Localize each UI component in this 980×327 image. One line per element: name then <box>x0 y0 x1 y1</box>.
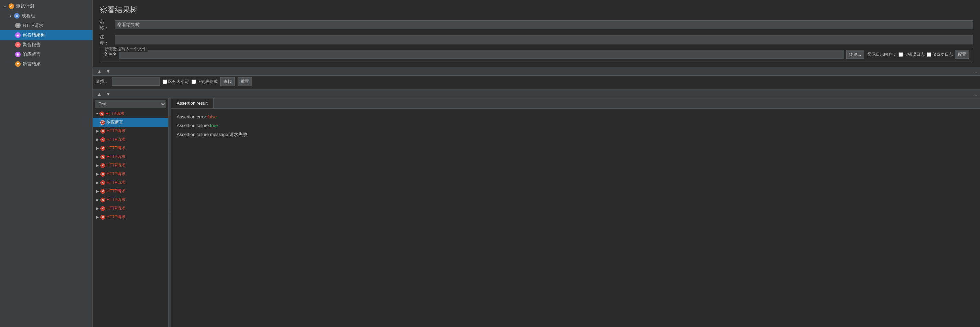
sidebar-item-label: 测试计划 <box>16 3 34 9</box>
chevron-right-icon: ▶ <box>96 215 99 219</box>
sidebar-item-test-plan[interactable]: ▾ ✓ 测试计划 <box>0 2 92 11</box>
search-input[interactable] <box>112 77 160 86</box>
tree-item-label: HTTP请求 <box>107 171 126 177</box>
toolbar-strip-2: ▲ ▼ ... <box>93 89 980 99</box>
view-dropdown[interactable]: Text <box>95 100 166 108</box>
chevron-right-icon: ▶ <box>96 164 99 167</box>
tree-item-label: HTTP请求 <box>105 111 124 117</box>
browse-button[interactable]: 浏览... <box>846 50 864 59</box>
more-options-icon-2[interactable]: ... <box>973 91 977 97</box>
tree-panel: Text ▾ ✕ HTTP请求 ✕ 响应断言 ▶ ✕ <box>93 99 169 327</box>
thread-group-icon: ⚙ <box>14 13 20 19</box>
tree-item[interactable]: ▶ ✕ HTTP请求 <box>93 196 168 204</box>
sidebar-item-assert-result[interactable]: ⚑ 断言结果 <box>0 59 92 69</box>
error-icon: ✕ <box>100 129 105 134</box>
tree-item-label: HTTP请求 <box>107 180 126 185</box>
reset-button[interactable]: 重置 <box>238 77 252 86</box>
result-panel: Assertion result Assertion error:false A… <box>171 99 980 327</box>
agg-report-icon: ≡ <box>15 42 21 48</box>
sidebar-item-response-assert[interactable]: ◉ 响应断言 <box>0 49 92 59</box>
main-panel: 察看结果树 名称： 注释： 所有数据写入一个文件 文件名 浏览... 显示日志内… <box>93 0 980 327</box>
tree-item[interactable]: ▶ ✕ HTTP请求 <box>93 127 168 135</box>
tab-assertion-result[interactable]: Assertion result <box>171 99 213 108</box>
tree-item[interactable]: ▶ ✕ HTTP请求 <box>93 144 168 153</box>
tree-item[interactable]: ▶ ✕ HTTP请求 <box>93 135 168 144</box>
file-input[interactable] <box>119 50 844 59</box>
chevron-right-icon: ▶ <box>96 172 99 176</box>
comment-row: 注释： <box>100 34 973 46</box>
error-icon: ✕ <box>100 155 105 160</box>
sidebar-item-label: 线程组 <box>22 13 35 19</box>
error-icon: ✕ <box>100 146 105 151</box>
tree-list: ▾ ✕ HTTP请求 ✕ 响应断言 ▶ ✕ HTTP请求 ▶ ✕ <box>93 110 168 327</box>
sidebar-item-agg-report[interactable]: ≡ 聚合报告 <box>0 40 92 49</box>
comment-label: 注释： <box>100 34 112 46</box>
drag-handle[interactable]: ⋮ <box>169 99 171 327</box>
tree-item-label: HTTP请求 <box>107 163 126 168</box>
down-button-2[interactable]: ▼ <box>105 91 112 97</box>
sidebar-item-thread-group[interactable]: ▾ ⚙ 线程组 <box>0 11 92 21</box>
result-viewer-icon: ◉ <box>15 32 21 38</box>
response-assert-icon: ◉ <box>15 52 21 57</box>
tree-item-label: HTTP请求 <box>107 137 126 142</box>
tree-item[interactable]: ▶ ✕ HTTP请求 <box>93 161 168 170</box>
tree-item[interactable]: ▶ ✕ HTTP请求 <box>93 153 168 161</box>
tree-item[interactable]: ▾ ✕ HTTP请求 <box>93 110 168 118</box>
error-icon: ✕ <box>100 198 105 203</box>
up-button[interactable]: ▲ <box>95 68 103 75</box>
file-section: 所有数据写入一个文件 文件名 浏览... 显示日志内容： 仅错误日志 仅成功日志… <box>100 49 973 62</box>
regex-checkbox[interactable] <box>191 80 196 84</box>
name-label: 名称： <box>100 19 112 31</box>
error-log-checkbox[interactable] <box>899 52 903 57</box>
tree-item-label: HTTP请求 <box>107 188 126 194</box>
success-log-checkbox[interactable] <box>927 52 931 57</box>
chevron-right-icon: ▶ <box>96 189 99 193</box>
up-button-2[interactable]: ▲ <box>95 91 103 97</box>
log-display-label: 显示日志内容： <box>867 52 896 57</box>
tree-item-label: HTTP请求 <box>107 154 126 160</box>
error-icon: ✕ <box>100 215 105 220</box>
success-log-label[interactable]: 仅成功日志 <box>927 52 953 57</box>
comment-input[interactable] <box>115 35 973 45</box>
name-row: 名称： <box>100 19 973 31</box>
tree-item[interactable]: ▶ ✕ HTTP请求 <box>93 204 168 213</box>
error-icon: ✕ <box>100 137 105 142</box>
regex-check[interactable]: 正则表达式 <box>191 79 218 85</box>
result-line-1: Assertion error:false <box>177 113 975 121</box>
file-row: 文件名 浏览... 显示日志内容： 仅错误日志 仅成功日志 配置 <box>103 50 969 59</box>
find-button[interactable]: 查找 <box>220 77 235 86</box>
sidebar-item-label: 察看结果树 <box>23 32 45 38</box>
error-log-label[interactable]: 仅错误日志 <box>899 52 924 57</box>
config-button[interactable]: 配置 <box>955 50 969 59</box>
tree-item[interactable]: ▶ ✕ HTTP请求 <box>93 213 168 221</box>
sidebar: ▾ ✓ 测试计划 ▾ ⚙ 线程组 ↗ HTTP请求 ◉ 察看结果树 ≡ 聚合报告… <box>0 0 93 327</box>
chevron-right-icon: ▶ <box>96 138 99 142</box>
tree-item[interactable]: ▶ ✕ HTTP请求 <box>93 170 168 178</box>
sidebar-item-label: HTTP请求 <box>23 22 43 29</box>
chevron-right-icon: ▶ <box>96 155 99 159</box>
result-content: Assertion error:false Assertion failure:… <box>171 109 980 327</box>
tree-item-label: HTTP请求 <box>107 128 126 134</box>
chevron-right-icon: ▶ <box>96 207 99 210</box>
sidebar-item-label: 响应断言 <box>23 51 41 57</box>
sidebar-item-result-viewer[interactable]: ◉ 察看结果树 <box>0 30 92 40</box>
test-plan-icon: ✓ <box>9 3 14 9</box>
tree-item-label: 响应断言 <box>107 120 123 125</box>
name-input[interactable] <box>115 20 973 29</box>
case-sensitive-check[interactable]: 区分大小写 <box>163 79 189 85</box>
content-area: Text ▾ ✕ HTTP请求 ✕ 响应断言 ▶ ✕ <box>93 99 980 327</box>
down-button[interactable]: ▼ <box>105 68 112 75</box>
case-checkbox[interactable] <box>163 80 167 84</box>
tree-item-label: HTTP请求 <box>107 214 126 220</box>
form-section: 名称： 注释： <box>93 19 980 46</box>
sidebar-item-http-request[interactable]: ↗ HTTP请求 <box>0 21 92 30</box>
search-label: 查找： <box>95 78 109 85</box>
more-options-icon[interactable]: ... <box>973 69 977 74</box>
tree-item-selected[interactable]: ✕ 响应断言 <box>93 118 168 127</box>
result-line-3: Assertion failure message:请求失败 <box>177 131 975 138</box>
tree-item[interactable]: ▶ ✕ HTTP请求 <box>93 178 168 187</box>
assert-result-icon: ⚑ <box>15 61 21 67</box>
error-icon: ✕ <box>100 180 105 185</box>
tree-item[interactable]: ▶ ✕ HTTP请求 <box>93 187 168 196</box>
tree-item-label: HTTP请求 <box>107 145 126 151</box>
